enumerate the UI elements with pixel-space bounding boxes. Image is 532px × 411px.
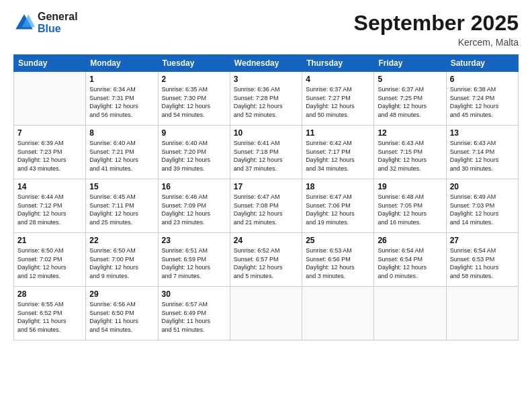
col-sunday: Sunday xyxy=(14,55,86,72)
calendar-cell: 13Sunrise: 6:43 AMSunset: 7:14 PMDayligh… xyxy=(446,126,518,179)
col-monday: Monday xyxy=(86,55,158,72)
calendar-cell: 29Sunrise: 6:56 AMSunset: 6:50 PMDayligh… xyxy=(86,287,158,340)
day-number: 27 xyxy=(450,236,515,245)
day-info: Sunrise: 6:38 AMSunset: 7:24 PMDaylight:… xyxy=(450,85,515,119)
calendar-cell: 27Sunrise: 6:54 AMSunset: 6:53 PMDayligh… xyxy=(446,233,518,287)
day-number: 9 xyxy=(162,128,226,138)
day-info: Sunrise: 6:46 AMSunset: 7:09 PMDaylight:… xyxy=(162,193,226,226)
day-info: Sunrise: 6:53 AMSunset: 6:56 PMDaylight:… xyxy=(306,246,370,280)
week-row-2: 7Sunrise: 6:39 AMSunset: 7:23 PMDaylight… xyxy=(14,126,519,179)
calendar-cell: 28Sunrise: 6:55 AMSunset: 6:52 PMDayligh… xyxy=(14,287,86,340)
day-info: Sunrise: 6:35 AMSunset: 7:30 PMDaylight:… xyxy=(162,85,226,119)
calendar-cell: 9Sunrise: 6:40 AMSunset: 7:20 PMDaylight… xyxy=(158,126,230,179)
day-number: 11 xyxy=(306,128,370,138)
calendar-cell: 7Sunrise: 6:39 AMSunset: 7:23 PMDaylight… xyxy=(14,126,86,179)
day-number: 18 xyxy=(306,182,370,191)
day-info: Sunrise: 6:36 AMSunset: 7:28 PMDaylight:… xyxy=(234,85,298,119)
day-number: 24 xyxy=(234,236,298,245)
header: General Blue September 2025 Kercem, Malt… xyxy=(13,11,519,48)
calendar-cell: 4Sunrise: 6:37 AMSunset: 7:27 PMDaylight… xyxy=(302,72,374,126)
day-info: Sunrise: 6:37 AMSunset: 7:27 PMDaylight:… xyxy=(306,85,370,119)
day-number: 5 xyxy=(378,75,442,84)
calendar-cell xyxy=(374,287,446,340)
day-info: Sunrise: 6:54 AMSunset: 6:54 PMDaylight:… xyxy=(378,246,442,280)
day-number: 13 xyxy=(450,128,515,138)
day-info: Sunrise: 6:57 AMSunset: 6:49 PMDaylight:… xyxy=(162,300,226,334)
calendar-cell xyxy=(14,72,86,126)
calendar-cell: 20Sunrise: 6:49 AMSunset: 7:03 PMDayligh… xyxy=(446,179,518,233)
day-number: 2 xyxy=(162,75,226,84)
day-number: 22 xyxy=(89,236,154,245)
day-number: 16 xyxy=(162,182,226,191)
calendar-cell: 6Sunrise: 6:38 AMSunset: 7:24 PMDaylight… xyxy=(446,72,518,126)
day-info: Sunrise: 6:52 AMSunset: 6:57 PMDaylight:… xyxy=(234,246,298,280)
calendar-cell: 2Sunrise: 6:35 AMSunset: 7:30 PMDaylight… xyxy=(158,72,230,126)
logo-line1: General xyxy=(38,11,78,23)
month-title: September 2025 xyxy=(354,11,519,36)
calendar-cell: 24Sunrise: 6:52 AMSunset: 6:57 PMDayligh… xyxy=(230,233,302,287)
calendar-cell: 16Sunrise: 6:46 AMSunset: 7:09 PMDayligh… xyxy=(158,179,230,233)
day-info: Sunrise: 6:40 AMSunset: 7:21 PMDaylight:… xyxy=(89,139,154,173)
day-info: Sunrise: 6:47 AMSunset: 7:08 PMDaylight:… xyxy=(234,193,298,226)
day-number: 28 xyxy=(17,289,82,299)
day-info: Sunrise: 6:49 AMSunset: 7:03 PMDaylight:… xyxy=(450,193,515,226)
day-info: Sunrise: 6:39 AMSunset: 7:23 PMDaylight:… xyxy=(17,139,82,173)
day-info: Sunrise: 6:48 AMSunset: 7:05 PMDaylight:… xyxy=(378,193,442,226)
day-number: 19 xyxy=(378,182,442,191)
title-block: September 2025 Kercem, Malta xyxy=(354,11,519,48)
calendar-cell: 22Sunrise: 6:50 AMSunset: 7:00 PMDayligh… xyxy=(86,233,158,287)
day-number: 8 xyxy=(89,128,154,138)
day-info: Sunrise: 6:56 AMSunset: 6:50 PMDaylight:… xyxy=(89,300,154,334)
day-info: Sunrise: 6:51 AMSunset: 6:59 PMDaylight:… xyxy=(162,246,226,280)
day-number: 4 xyxy=(306,75,370,84)
week-row-4: 21Sunrise: 6:50 AMSunset: 7:02 PMDayligh… xyxy=(14,233,519,287)
day-number: 10 xyxy=(234,128,298,138)
day-number: 21 xyxy=(17,236,82,245)
calendar-cell xyxy=(446,287,518,340)
day-number: 6 xyxy=(450,75,515,84)
day-info: Sunrise: 6:40 AMSunset: 7:20 PMDaylight:… xyxy=(162,139,226,173)
page: General Blue September 2025 Kercem, Malt… xyxy=(0,0,532,411)
calendar-cell: 26Sunrise: 6:54 AMSunset: 6:54 PMDayligh… xyxy=(374,233,446,287)
calendar-cell: 17Sunrise: 6:47 AMSunset: 7:08 PMDayligh… xyxy=(230,179,302,233)
calendar-cell: 15Sunrise: 6:45 AMSunset: 7:11 PMDayligh… xyxy=(86,179,158,233)
day-number: 17 xyxy=(234,182,298,191)
calendar-cell: 30Sunrise: 6:57 AMSunset: 6:49 PMDayligh… xyxy=(158,287,230,340)
calendar-cell: 23Sunrise: 6:51 AMSunset: 6:59 PMDayligh… xyxy=(158,233,230,287)
day-info: Sunrise: 6:44 AMSunset: 7:12 PMDaylight:… xyxy=(17,193,82,226)
day-number: 23 xyxy=(162,236,226,245)
calendar-cell: 21Sunrise: 6:50 AMSunset: 7:02 PMDayligh… xyxy=(14,233,86,287)
week-row-3: 14Sunrise: 6:44 AMSunset: 7:12 PMDayligh… xyxy=(14,179,519,233)
day-info: Sunrise: 6:50 AMSunset: 7:00 PMDaylight:… xyxy=(89,246,154,280)
col-friday: Friday xyxy=(374,55,446,72)
calendar-cell: 25Sunrise: 6:53 AMSunset: 6:56 PMDayligh… xyxy=(302,233,374,287)
day-number: 25 xyxy=(306,236,370,245)
week-row-1: 1Sunrise: 6:34 AMSunset: 7:31 PMDaylight… xyxy=(14,72,519,126)
day-number: 12 xyxy=(378,128,442,138)
day-info: Sunrise: 6:43 AMSunset: 7:15 PMDaylight:… xyxy=(378,139,442,173)
day-info: Sunrise: 6:47 AMSunset: 7:06 PMDaylight:… xyxy=(306,193,370,226)
day-number: 29 xyxy=(89,289,154,299)
col-wednesday: Wednesday xyxy=(230,55,302,72)
logo: General Blue xyxy=(13,11,78,34)
calendar-cell: 3Sunrise: 6:36 AMSunset: 7:28 PMDaylight… xyxy=(230,72,302,126)
day-info: Sunrise: 6:55 AMSunset: 6:52 PMDaylight:… xyxy=(17,300,82,334)
calendar-cell: 12Sunrise: 6:43 AMSunset: 7:15 PMDayligh… xyxy=(374,126,446,179)
day-number: 20 xyxy=(450,182,515,191)
day-info: Sunrise: 6:54 AMSunset: 6:53 PMDaylight:… xyxy=(450,246,515,280)
day-number: 30 xyxy=(162,289,226,299)
day-info: Sunrise: 6:42 AMSunset: 7:17 PMDaylight:… xyxy=(306,139,370,173)
logo-icon xyxy=(13,12,35,34)
day-info: Sunrise: 6:34 AMSunset: 7:31 PMDaylight:… xyxy=(89,85,154,119)
day-info: Sunrise: 6:50 AMSunset: 7:02 PMDaylight:… xyxy=(17,246,82,280)
col-thursday: Thursday xyxy=(302,55,374,72)
day-number: 15 xyxy=(89,182,154,191)
logo-line2: Blue xyxy=(38,23,78,35)
day-info: Sunrise: 6:45 AMSunset: 7:11 PMDaylight:… xyxy=(89,193,154,226)
col-tuesday: Tuesday xyxy=(158,55,230,72)
calendar-cell: 18Sunrise: 6:47 AMSunset: 7:06 PMDayligh… xyxy=(302,179,374,233)
calendar-cell xyxy=(230,287,302,340)
calendar-cell xyxy=(302,287,374,340)
calendar-cell: 11Sunrise: 6:42 AMSunset: 7:17 PMDayligh… xyxy=(302,126,374,179)
day-number: 3 xyxy=(234,75,298,84)
